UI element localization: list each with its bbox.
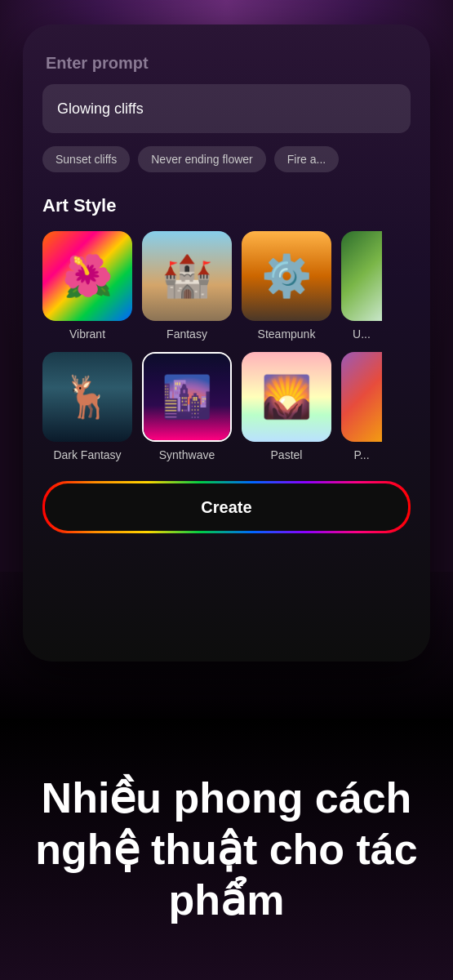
thumb-img-steampunk — [242, 231, 331, 321]
style-thumb-fantasy — [142, 231, 232, 321]
style-label-fantasy: Fantasy — [167, 327, 207, 341]
style-item-fantasy[interactable]: Fantasy — [142, 231, 232, 341]
style-label-pixelart: P... — [353, 448, 369, 461]
prompt-input[interactable]: Glowing cliffs — [42, 84, 411, 133]
prompt-label: Enter prompt — [42, 54, 411, 73]
style-thumb-pastel — [242, 352, 331, 442]
style-item-ukiyo[interactable]: U... — [341, 231, 382, 341]
bottom-headline: Nhiều phong cách nghệ thuật cho tác phẩm — [33, 773, 420, 925]
style-label-darkfantasy: Dark Fantasy — [53, 448, 121, 461]
style-item-steampunk[interactable]: Steampunk — [242, 231, 331, 341]
style-label-pastel: Pastel — [271, 448, 303, 461]
style-item-darkfantasy[interactable]: Dark Fantasy — [42, 352, 132, 461]
style-item-vibrant[interactable]: Vibrant — [42, 231, 132, 341]
style-label-synthwave: Synthwave — [159, 448, 215, 461]
style-item-pastel[interactable]: Pastel — [242, 352, 331, 461]
style-label-steampunk: Steampunk — [258, 327, 316, 341]
style-label-ukiyo: U... — [353, 327, 371, 341]
chip-sunset[interactable]: Sunset cliffs — [42, 146, 130, 172]
chips-row: Sunset cliffs Never ending flower Fire a… — [42, 146, 411, 172]
bottom-text-section: Nhiều phong cách nghệ thuật cho tác phẩm — [0, 719, 453, 980]
style-label-vibrant: Vibrant — [69, 327, 105, 341]
thumb-img-pixelart — [341, 352, 382, 442]
thumb-img-ukiyo — [341, 231, 382, 321]
style-item-pixelart[interactable]: P... — [341, 352, 382, 461]
style-thumb-darkfantasy — [42, 352, 132, 442]
style-thumb-steampunk — [242, 231, 331, 321]
style-row-2: Dark Fantasy Synthwave Pastel P... — [42, 352, 411, 461]
art-style-title: Art Style — [42, 195, 411, 216]
thumb-img-vibrant — [42, 231, 132, 321]
phone-card: Enter prompt Glowing cliffs Sunset cliff… — [23, 24, 430, 662]
style-thumb-ukiyo — [341, 231, 382, 321]
thumb-img-fantasy — [142, 231, 232, 321]
style-thumb-pixelart — [341, 352, 382, 442]
thumb-img-synthwave — [144, 354, 230, 440]
thumb-img-pastel — [242, 352, 331, 442]
style-row-1: Vibrant Fantasy Steampunk U... — [42, 231, 411, 341]
chip-flower[interactable]: Never ending flower — [138, 146, 266, 172]
thumb-img-darkfantasy — [42, 352, 132, 442]
create-button[interactable]: Create — [45, 483, 408, 531]
style-item-synthwave[interactable]: Synthwave — [142, 352, 232, 461]
app-container: Enter prompt Glowing cliffs Sunset cliff… — [0, 0, 453, 980]
chip-fire[interactable]: Fire a... — [274, 146, 339, 172]
style-thumb-synthwave — [142, 352, 232, 442]
create-button-wrapper: Create — [42, 481, 411, 533]
style-thumb-vibrant — [42, 231, 132, 321]
